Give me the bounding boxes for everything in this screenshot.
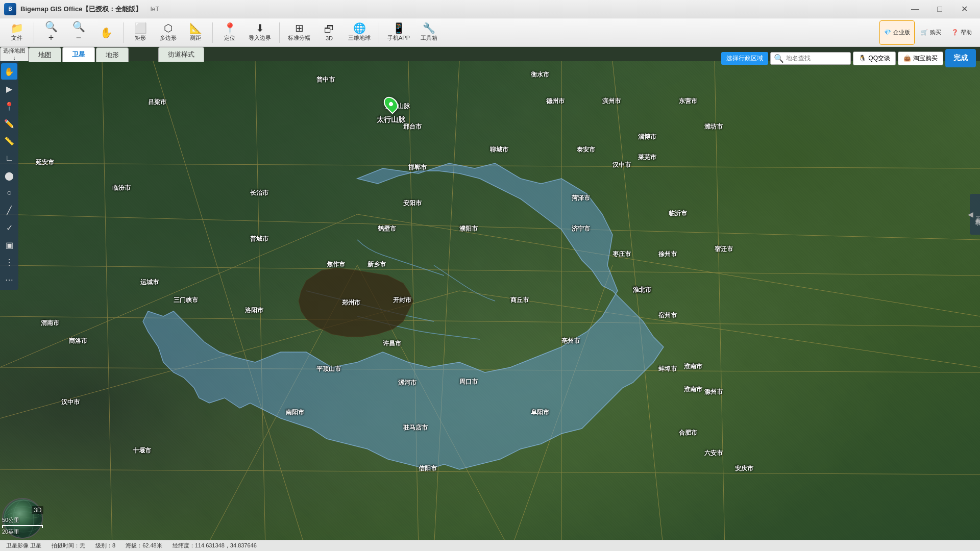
globe-3d-label: 3D xyxy=(32,506,43,514)
taobao-label: 淘宝购买 xyxy=(913,54,938,63)
scale-label-km: 50公里 xyxy=(2,516,43,524)
more-tool1[interactable]: ⋮ xyxy=(1,254,17,270)
measure-line-tool[interactable]: 📏 xyxy=(1,133,17,149)
left-toolbar: ✋▶📍✏️📏∟⬤○╱✓▣⋮⋯ xyxy=(0,61,18,290)
grid-label: 标准分幅 xyxy=(288,34,310,42)
buy-label: 购买 xyxy=(930,29,941,36)
coordinates: 经纬度：114.631348，34.837646 xyxy=(173,542,257,549)
capture-time: 拍摄时间：无 xyxy=(52,542,85,549)
separator-3 xyxy=(212,22,213,43)
zoom-out-icon: 🔍 xyxy=(72,21,85,32)
titlebar-left: B Bigemap GIS Office【已授权：全能版】 IeT xyxy=(4,3,159,15)
measure-label: 测距 xyxy=(190,34,201,42)
place-search-input[interactable] xyxy=(786,55,847,62)
help-label: 帮助 xyxy=(961,29,972,36)
svg-line-16 xyxy=(153,61,306,540)
titlebar: B Bigemap GIS Office【已授权：全能版】 IeT — □ ✕ xyxy=(0,0,980,18)
map-svg xyxy=(0,61,980,540)
locate-icon: 📍 xyxy=(224,23,236,33)
right-sidebar-toggle[interactable]: 工具列表 ◀ xyxy=(970,194,980,235)
pin-tool[interactable]: 📍 xyxy=(1,98,17,114)
separator-1 xyxy=(34,22,34,43)
pan-icon: ✋ xyxy=(100,28,113,38)
top-right-controls: 选择行政区域 🔍 🐧 QQ交谈 👜 淘宝购买 完成 xyxy=(717,47,980,69)
map-area[interactable]: 太行山脉普中市衡水市德州市滨州市东营市淄博市潍坊市吕梁市邢台市聊城市泰安市莱芜市… xyxy=(0,61,980,540)
pan-tool[interactable]: ✋ xyxy=(1,63,17,80)
svg-line-0 xyxy=(0,265,980,276)
globe-button[interactable]: 🌐 三维地球 xyxy=(344,20,375,45)
right-sidebar-label: 工具列表 xyxy=(974,212,980,216)
minimize-button[interactable]: — xyxy=(903,0,927,18)
enterprise-button[interactable]: 💎 企业版 xyxy=(879,20,915,45)
svg-line-2 xyxy=(255,61,265,540)
map-level: 级别：8 xyxy=(95,542,115,549)
app-logo: B xyxy=(4,3,16,15)
separator-4 xyxy=(279,22,280,43)
globe-label: 三维地球 xyxy=(348,34,371,42)
locate-button[interactable]: 📍 定位 xyxy=(217,20,242,45)
taobao-button[interactable]: 👜 淘宝购买 xyxy=(898,52,943,65)
svg-line-8 xyxy=(0,469,980,474)
tools-button[interactable]: 🔧 工具箱 xyxy=(416,20,442,45)
marker-pin xyxy=(381,94,401,114)
polygon-button[interactable]: ⬡ 多边形 xyxy=(155,20,181,45)
more-tool2[interactable]: ⋯ xyxy=(1,271,17,288)
angle-tool[interactable]: ∟ xyxy=(1,150,17,166)
help-button[interactable]: ❓ 帮助 xyxy=(947,20,976,45)
scale-bar: 50公里 20英里 xyxy=(2,516,43,536)
app-title: Bigemap GIS Office【已授权：全能版】 xyxy=(20,5,142,14)
close-button[interactable]: ✕ xyxy=(952,0,976,18)
file-button[interactable]: 📁 文件 xyxy=(4,20,30,45)
select-tool[interactable]: ▶ xyxy=(1,81,17,97)
rect-select-tool[interactable]: ▣ xyxy=(1,237,17,253)
statusbar: 卫星影像 卫星 拍摄时间：无 级别：8 海拔：62.48米 经纬度：114.63… xyxy=(0,540,980,551)
pan-button[interactable]: ✋ xyxy=(93,20,119,45)
ellipse-tool[interactable]: ○ xyxy=(1,185,17,201)
line-tool[interactable]: ╱ xyxy=(1,202,17,218)
measure-icon: 📐 xyxy=(189,23,202,33)
imagery-type: 卫星影像 卫星 xyxy=(6,542,41,549)
import-boundary-button[interactable]: ⬇ 导入边界 xyxy=(244,20,275,45)
globe-icon: 🌐 xyxy=(353,23,366,33)
taobao-icon: 👜 xyxy=(903,55,911,62)
maximize-button[interactable]: □ xyxy=(928,0,951,18)
scale-label-mi: 20英里 xyxy=(2,528,43,536)
tab-satellite[interactable]: 卫星 xyxy=(62,47,95,62)
tab-map[interactable]: 地图 xyxy=(29,47,61,62)
map-tabs: 地图 卫星 地形 xyxy=(29,47,129,62)
draw-tool[interactable]: ✏️ xyxy=(1,115,17,132)
locate-label: 定位 xyxy=(224,34,235,42)
altitude: 海拔：62.48米 xyxy=(126,542,162,549)
import-icon: ⬇ xyxy=(256,23,264,33)
zoom-in-label: + xyxy=(48,33,54,43)
mobile-icon: 📱 xyxy=(393,23,405,33)
3d-button[interactable]: 🗗 3D xyxy=(316,20,342,45)
measure-button[interactable]: 📐 测距 xyxy=(183,20,208,45)
circle-tool[interactable]: ⬤ xyxy=(1,167,17,184)
done-button[interactable]: 完成 xyxy=(945,49,976,67)
zoom-in-button[interactable]: 🔍 + xyxy=(38,20,64,45)
map-select-button[interactable]: 选择地图↓ xyxy=(0,47,29,61)
zoom-out-button[interactable]: 🔍 − xyxy=(66,20,91,45)
check-tool[interactable]: ✓ xyxy=(1,219,17,236)
import-boundary-label: 导入边界 xyxy=(249,34,271,42)
user-info: IeT xyxy=(150,6,159,13)
qq-button[interactable]: 🐧 QQ交谈 xyxy=(853,52,896,65)
tab-street[interactable]: 街道样式 xyxy=(158,47,204,62)
separator-2 xyxy=(123,22,124,43)
tab-terrain[interactable]: 地形 xyxy=(96,47,129,62)
admin-select-button[interactable]: 选择行政区域 xyxy=(721,52,768,65)
buy-button[interactable]: 🛒 购买 xyxy=(917,20,945,45)
mobile-button[interactable]: 📱 手机APP xyxy=(383,20,414,45)
grid-button[interactable]: ⊞ 标准分幅 xyxy=(284,20,314,45)
rectangle-button[interactable]: ⬜ 矩形 xyxy=(128,20,153,45)
marker-label: 太行山脉 xyxy=(377,115,405,124)
zoom-out-label: − xyxy=(76,33,82,43)
help-icon: ❓ xyxy=(951,29,959,36)
separator-5 xyxy=(379,22,379,43)
3d-label: 3D xyxy=(326,35,333,41)
file-icon: 📁 xyxy=(11,23,23,33)
search-icon: 🔍 xyxy=(774,54,784,63)
window-controls: — □ ✕ xyxy=(903,0,976,18)
rectangle-label: 矩形 xyxy=(135,34,146,42)
